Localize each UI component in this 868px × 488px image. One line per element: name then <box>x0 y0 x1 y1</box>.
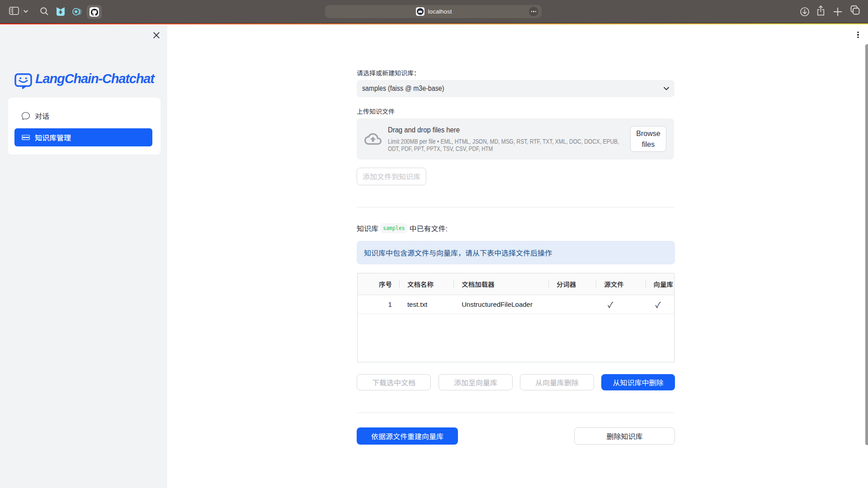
dropzone-limit-text: Limit 200MB per file • EML, HTML, JSON, … <box>388 138 659 153</box>
download-icon[interactable] <box>800 7 809 16</box>
table-header-cell[interactable]: 序号 <box>358 273 399 295</box>
add-to-vectorstore-button[interactable]: 添加至向量库 <box>439 374 513 390</box>
uploader-label: 上传知识文件 <box>357 107 395 116</box>
sidebar-menu: 对话 知识库管理 <box>8 98 160 155</box>
table-cell-index: 1 <box>358 295 399 314</box>
dropzone-title: Drag and drop files here <box>388 125 638 136</box>
app-logo: LangChain-Chatchat <box>14 72 159 89</box>
divider <box>357 413 675 413</box>
kb-files-line: 知识库 samples 中已有文件: <box>357 223 448 234</box>
sidebar-toggle-icon[interactable] <box>9 7 19 15</box>
dot <box>535 11 536 12</box>
kb-line-prefix: 知识库 <box>357 223 378 234</box>
table-header-cell[interactable]: 分词器 <box>548 273 596 295</box>
file-dropzone[interactable]: Drag and drop files here Limit 200MB per… <box>357 118 674 160</box>
divider <box>357 207 675 207</box>
app-logo-text: LangChain-Chatchat <box>35 71 154 86</box>
close-icon[interactable] <box>152 31 160 39</box>
hdd-stack-icon <box>22 133 30 141</box>
sidebar: LangChain-Chatchat 对话 知识库管理 <box>0 25 167 488</box>
delete-from-vectorstore-button[interactable]: 从向量库删除 <box>520 374 594 390</box>
column-separator <box>453 281 454 288</box>
new-tab-icon[interactable] <box>832 6 843 17</box>
sidebar-item-label: 对话 <box>35 110 49 121</box>
sidebar-item-chat[interactable]: 对话 <box>14 107 152 125</box>
column-separator <box>399 281 400 288</box>
url-text[interactable]: localhost <box>428 7 452 16</box>
ellipsis-icon[interactable] <box>529 7 538 16</box>
kb-line-suffix: 中已有文件: <box>409 223 447 234</box>
chevron-down-icon[interactable] <box>24 10 28 13</box>
dot <box>857 32 859 33</box>
column-separator <box>548 281 549 288</box>
scrollbar-thumb[interactable] <box>865 44 868 445</box>
table-cell-vector: ✓ <box>646 295 674 314</box>
tab-overview-icon[interactable] <box>850 5 860 15</box>
sidebar-item-kb-management[interactable]: 知识库管理 <box>14 128 152 146</box>
files-table: 序号 文档名称 文档加载器 分词器 源文件 向量库 1 test.txt Uns… <box>357 273 675 362</box>
table-header-row: 序号 文档名称 文档加载器 分词器 源文件 向量库 <box>358 273 674 295</box>
chat-icon <box>22 112 30 120</box>
crown-favicon <box>416 7 425 16</box>
table-cell-source: ✓ <box>596 295 645 314</box>
dot <box>857 34 859 35</box>
table-header-cell[interactable]: 源文件 <box>596 273 645 295</box>
sidebar-item-label: 知识库管理 <box>35 132 71 143</box>
delete-kb-button[interactable]: 删除知识库 <box>574 427 675 445</box>
table-header-cell[interactable]: 向量库 <box>646 273 674 295</box>
table-row[interactable]: 1 test.txt UnstructuredFileLoader ✓ ✓ <box>358 295 674 314</box>
column-separator <box>596 281 596 288</box>
table-cell-loader: UnstructuredFileLoader <box>453 295 548 314</box>
download-selected-button[interactable]: 下载选中文档 <box>357 374 431 390</box>
kb-selectbox[interactable]: samples (faiss @ m3e-base) <box>357 80 675 98</box>
rebuild-vectorstore-button[interactable]: 依据源文件重建向量库 <box>357 427 458 445</box>
dot <box>857 37 859 38</box>
kb-selectbox-value: samples (faiss @ m3e-base) <box>362 84 444 93</box>
table-header-cell[interactable]: 文档名称 <box>399 273 453 295</box>
main-menu-kebab-icon[interactable] <box>855 30 861 40</box>
browse-files-button[interactable]: Browse files <box>630 126 666 152</box>
main-area: 请选择或新建知识库： samples (faiss @ m3e-base) 上传… <box>167 25 868 488</box>
bookmark-extension-icon[interactable] <box>57 7 65 16</box>
chat-bubble-logo-icon <box>14 73 32 89</box>
browser-toolbar: localhost <box>0 0 868 23</box>
delete-from-kb-button[interactable]: 从知识库中删除 <box>601 374 675 390</box>
share-icon[interactable] <box>816 5 825 16</box>
table-header-cell[interactable]: 文档加载器 <box>453 273 548 295</box>
cloud-upload-icon <box>364 133 382 145</box>
info-alert: 知识库中包含源文件与向量库，请从下表中选择文件后操作 <box>357 241 675 264</box>
star-circle-extension-icon[interactable] <box>72 7 82 16</box>
dot <box>533 11 534 12</box>
toolbar-divider <box>21 8 22 15</box>
search-icon[interactable] <box>40 7 48 15</box>
add-files-to-kb-button[interactable]: 添加文件到知识库 <box>357 168 426 185</box>
table-cell-name: test.txt <box>399 295 453 314</box>
info-alert-text: 知识库中包含源文件与向量库，请从下表中选择文件后操作 <box>364 247 552 258</box>
select-kb-label: 请选择或新建知识库： <box>357 68 420 77</box>
dropzone-texts: Drag and drop files here Limit 200MB per… <box>388 126 659 153</box>
github-extension-icon[interactable] <box>87 5 102 19</box>
dot <box>531 11 532 12</box>
chevron-down-icon <box>663 85 670 94</box>
table-cell-splitter <box>548 295 596 314</box>
column-separator <box>646 281 646 288</box>
kb-name-code: samples <box>380 223 407 233</box>
